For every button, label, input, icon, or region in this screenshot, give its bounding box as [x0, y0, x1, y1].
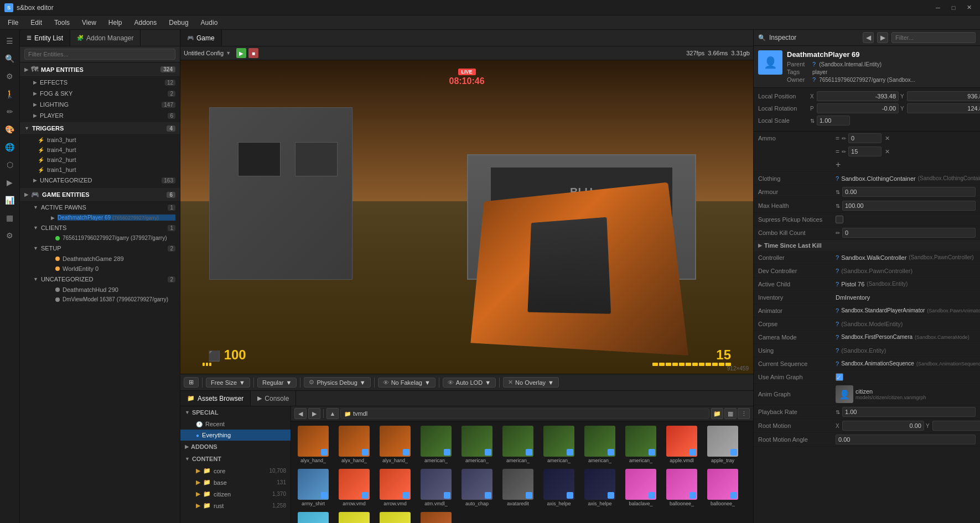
- ammo-close-2[interactable]: ✕: [885, 148, 890, 155]
- asset-item-7[interactable]: american_: [580, 423, 620, 466]
- ammo-add-btn[interactable]: +: [836, 160, 841, 170]
- asset-item-0[interactable]: alyx_hand_: [293, 423, 333, 466]
- menu-edit[interactable]: Edit: [25, 18, 48, 28]
- asset-item-14[interactable]: atm.vmdl_: [416, 467, 456, 509]
- tab-console[interactable]: ▶ Console: [251, 391, 296, 406]
- lighting-header[interactable]: LIGHTING 147: [29, 99, 180, 110]
- controller-help[interactable]: ?: [836, 254, 839, 261]
- tab-entity-list[interactable]: ☰ Entity List: [20, 30, 70, 46]
- no-fakelag-dropdown[interactable]: 👁 No Fakelag ▼: [378, 378, 435, 388]
- asset-item-5[interactable]: american_: [498, 423, 538, 466]
- supress-checkbox[interactable]: [836, 216, 843, 223]
- position-x-input[interactable]: [817, 91, 899, 101]
- position-y-input[interactable]: [907, 91, 980, 101]
- ammo-input-1[interactable]: [848, 133, 882, 143]
- asset-item-4[interactable]: american_: [457, 423, 497, 466]
- active-pawns-header[interactable]: ACTIVE PAWNS 1: [29, 202, 180, 213]
- triggers-header[interactable]: TRIGGERS 4: [20, 122, 180, 135]
- sidebar-icon-world[interactable]: 🌐: [2, 139, 18, 155]
- sidebar-icon-player[interactable]: 🚶: [2, 86, 18, 102]
- asset-item-11[interactable]: army_shirt: [293, 467, 333, 509]
- menu-file[interactable]: File: [2, 18, 24, 28]
- free-size-dropdown[interactable]: Free Size ▼: [206, 378, 250, 388]
- rotation-y-input[interactable]: [907, 103, 980, 113]
- setup-header[interactable]: SETUP 2: [29, 243, 180, 254]
- sidebar-icon-play[interactable]: ▶: [2, 175, 18, 190]
- root-motion-angle-input[interactable]: [836, 435, 976, 444]
- setup-item-1[interactable]: WorldEntity 0: [29, 264, 180, 274]
- menu-debug[interactable]: Debug: [163, 18, 194, 28]
- sidebar-icon-chart[interactable]: 📊: [2, 192, 18, 208]
- map-uncat-header[interactable]: UNCATEGORIZED 163: [29, 175, 180, 186]
- menu-tools[interactable]: Tools: [49, 18, 75, 28]
- trigger-train4[interactable]: ⚡ train4_hurt: [20, 145, 180, 155]
- menu-view[interactable]: View: [76, 18, 102, 28]
- menu-audio[interactable]: Audio: [195, 18, 224, 28]
- entity-filter-input[interactable]: [24, 49, 175, 60]
- active-pawn-expand[interactable]: DeathmatchPlayer 69 (76560279927/garry): [29, 213, 180, 222]
- folder-citizen[interactable]: ▶ 📁 citizen 1,370: [180, 488, 291, 500]
- effects-header[interactable]: EFFECTS 12: [29, 77, 180, 88]
- content-header[interactable]: CONTENT: [180, 453, 291, 465]
- trigger-train1[interactable]: ⚡ train1_hurt: [20, 165, 180, 175]
- asset-item-6[interactable]: american_: [539, 423, 579, 466]
- menu-help[interactable]: Help: [103, 18, 128, 28]
- no-overlay-dropdown[interactable]: ✕ No Overlay ▼: [503, 377, 559, 388]
- tab-addon-manager[interactable]: 🧩 Addon Manager: [70, 30, 141, 46]
- trigger-train2[interactable]: ⚡ train2_hurt: [20, 155, 180, 165]
- tab-game[interactable]: 🎮 Game: [180, 30, 222, 46]
- more-btn[interactable]: ⋮: [738, 408, 750, 419]
- asset-item-25[interactable]: barboduc_: [416, 510, 456, 523]
- max-health-input[interactable]: [842, 201, 976, 211]
- physics-debug-dropdown[interactable]: ⚙ Physics Debug ▼: [304, 377, 370, 388]
- player-header[interactable]: PLAYER 6: [29, 110, 180, 121]
- sidebar-icon-settings[interactable]: ⚙: [2, 69, 18, 84]
- recent-item[interactable]: 🕐 Recent: [180, 419, 291, 430]
- tab-assets-browser[interactable]: 📁 Assets Browser: [180, 391, 251, 406]
- dev-controller-help[interactable]: ?: [836, 268, 839, 274]
- viewport-expand-btn[interactable]: ⊞: [184, 377, 199, 388]
- sidebar-icon-tools[interactable]: ⚙: [2, 228, 18, 243]
- scale-input[interactable]: [817, 116, 850, 125]
- asset-item-22[interactable]: ballontall_: [293, 510, 333, 523]
- special-header[interactable]: SPECIAL: [180, 406, 291, 419]
- asset-item-23[interactable]: banana.vr_: [334, 510, 374, 523]
- asset-item-13[interactable]: arrow.vmd: [375, 467, 415, 509]
- inspector-forward-btn[interactable]: ▶: [877, 32, 888, 43]
- folder-core[interactable]: ▶ 📁 core 10,708: [180, 465, 291, 477]
- folder-rust[interactable]: ▶ 📁 rust 1,258: [180, 500, 291, 511]
- ammo-pencil-2[interactable]: ✏: [842, 149, 846, 155]
- play-button[interactable]: ▶: [236, 48, 246, 58]
- trigger-train3[interactable]: ⚡ train3_hurt: [20, 135, 180, 145]
- time-since-section[interactable]: Time Since Last Kill: [754, 240, 980, 251]
- minimize-button[interactable]: ─: [931, 3, 945, 13]
- addons-header[interactable]: ADDONS: [180, 441, 291, 453]
- asset-item-24[interactable]: banana_tv: [375, 510, 415, 523]
- sidebar-icon-hex[interactable]: ⬡: [2, 157, 18, 172]
- game-entities-header[interactable]: 🎮 GAME ENTITIES 6: [20, 188, 180, 202]
- regular-dropdown[interactable]: Regular ▼: [257, 378, 297, 388]
- rotation-p-input[interactable]: [817, 103, 899, 113]
- client-item[interactable]: 76561197960279927/garry (379927/garry): [29, 233, 180, 243]
- deathmatch-player-item[interactable]: DeathmatchPlayer 69 (76560279927/garry): [58, 215, 175, 221]
- sidebar-icon-grid[interactable]: ▦: [2, 210, 18, 226]
- animator-help[interactable]: ?: [836, 307, 839, 314]
- current-seq-help[interactable]: ?: [836, 360, 839, 367]
- asset-item-12[interactable]: arrow.vmd: [334, 467, 374, 509]
- combo-kill-pencil[interactable]: ✏: [836, 230, 840, 236]
- setup-item-0[interactable]: DeathmatchGame 289: [29, 254, 180, 264]
- corpse-help[interactable]: ?: [836, 321, 839, 327]
- nav-up-btn[interactable]: ▲: [326, 408, 339, 419]
- nav-back-btn[interactable]: ◀: [294, 408, 307, 419]
- stop-button[interactable]: ■: [248, 48, 258, 58]
- camera-mode-help[interactable]: ?: [836, 334, 839, 341]
- maximize-button[interactable]: □: [947, 3, 960, 13]
- folder-base[interactable]: ▶ 📁 base 131: [180, 477, 291, 488]
- nav-forward-btn[interactable]: ▶: [308, 408, 320, 419]
- asset-item-20[interactable]: balloonee_: [662, 467, 702, 509]
- playback-rate-input[interactable]: [842, 407, 976, 417]
- config-dropdown[interactable]: Untitled Config ▼: [184, 50, 231, 56]
- active-child-help[interactable]: ?: [836, 281, 839, 287]
- everything-item[interactable]: ● Everything: [180, 430, 291, 441]
- combo-kill-input[interactable]: [842, 228, 976, 238]
